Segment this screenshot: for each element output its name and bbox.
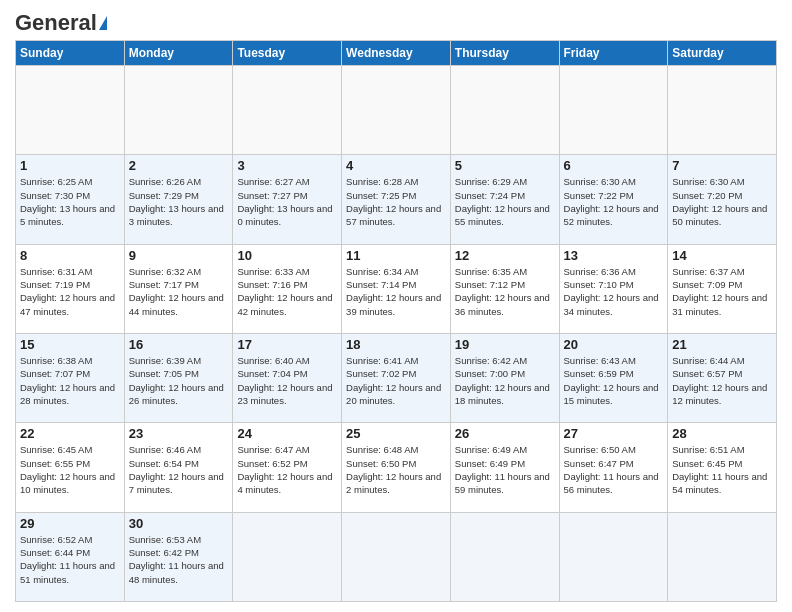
- calendar-row: 29Sunrise: 6:52 AMSunset: 6:44 PMDayligh…: [16, 512, 777, 601]
- day-info: Sunrise: 6:26 AMSunset: 7:29 PMDaylight:…: [129, 175, 229, 228]
- day-number: 8: [20, 248, 120, 263]
- table-row: [559, 512, 668, 601]
- table-row: 16Sunrise: 6:39 AMSunset: 7:05 PMDayligh…: [124, 333, 233, 422]
- table-row: 10Sunrise: 6:33 AMSunset: 7:16 PMDayligh…: [233, 244, 342, 333]
- col-sunday: Sunday: [16, 41, 125, 66]
- day-number: 19: [455, 337, 555, 352]
- table-row: 20Sunrise: 6:43 AMSunset: 6:59 PMDayligh…: [559, 333, 668, 422]
- day-info: Sunrise: 6:27 AMSunset: 7:27 PMDaylight:…: [237, 175, 337, 228]
- day-number: 21: [672, 337, 772, 352]
- table-row: 9Sunrise: 6:32 AMSunset: 7:17 PMDaylight…: [124, 244, 233, 333]
- table-row: 6Sunrise: 6:30 AMSunset: 7:22 PMDaylight…: [559, 155, 668, 244]
- day-number: 15: [20, 337, 120, 352]
- day-number: 3: [237, 158, 337, 173]
- table-row: 7Sunrise: 6:30 AMSunset: 7:20 PMDaylight…: [668, 155, 777, 244]
- day-number: 26: [455, 426, 555, 441]
- day-number: 17: [237, 337, 337, 352]
- col-monday: Monday: [124, 41, 233, 66]
- table-row: 29Sunrise: 6:52 AMSunset: 6:44 PMDayligh…: [16, 512, 125, 601]
- day-number: 13: [564, 248, 664, 263]
- day-info: Sunrise: 6:34 AMSunset: 7:14 PMDaylight:…: [346, 265, 446, 318]
- day-info: Sunrise: 6:47 AMSunset: 6:52 PMDaylight:…: [237, 443, 337, 496]
- day-number: 10: [237, 248, 337, 263]
- table-row: 30Sunrise: 6:53 AMSunset: 6:42 PMDayligh…: [124, 512, 233, 601]
- table-row: [668, 512, 777, 601]
- day-info: Sunrise: 6:38 AMSunset: 7:07 PMDaylight:…: [20, 354, 120, 407]
- table-row: [233, 66, 342, 155]
- table-row: 28Sunrise: 6:51 AMSunset: 6:45 PMDayligh…: [668, 423, 777, 512]
- day-info: Sunrise: 6:52 AMSunset: 6:44 PMDaylight:…: [20, 533, 120, 586]
- table-row: 13Sunrise: 6:36 AMSunset: 7:10 PMDayligh…: [559, 244, 668, 333]
- table-row: 22Sunrise: 6:45 AMSunset: 6:55 PMDayligh…: [16, 423, 125, 512]
- day-number: 12: [455, 248, 555, 263]
- day-info: Sunrise: 6:29 AMSunset: 7:24 PMDaylight:…: [455, 175, 555, 228]
- day-info: Sunrise: 6:41 AMSunset: 7:02 PMDaylight:…: [346, 354, 446, 407]
- day-info: Sunrise: 6:30 AMSunset: 7:22 PMDaylight:…: [564, 175, 664, 228]
- col-friday: Friday: [559, 41, 668, 66]
- col-wednesday: Wednesday: [342, 41, 451, 66]
- day-number: 23: [129, 426, 229, 441]
- table-row: [668, 66, 777, 155]
- calendar-row: 15Sunrise: 6:38 AMSunset: 7:07 PMDayligh…: [16, 333, 777, 422]
- table-row: 4Sunrise: 6:28 AMSunset: 7:25 PMDaylight…: [342, 155, 451, 244]
- table-row: 3Sunrise: 6:27 AMSunset: 7:27 PMDaylight…: [233, 155, 342, 244]
- table-row: 24Sunrise: 6:47 AMSunset: 6:52 PMDayligh…: [233, 423, 342, 512]
- logo-triangle-icon: [99, 16, 107, 30]
- day-number: 29: [20, 516, 120, 531]
- day-number: 28: [672, 426, 772, 441]
- table-row: 21Sunrise: 6:44 AMSunset: 6:57 PMDayligh…: [668, 333, 777, 422]
- table-row: [124, 66, 233, 155]
- day-number: 18: [346, 337, 446, 352]
- table-row: 11Sunrise: 6:34 AMSunset: 7:14 PMDayligh…: [342, 244, 451, 333]
- table-row: 1Sunrise: 6:25 AMSunset: 7:30 PMDaylight…: [16, 155, 125, 244]
- table-row: [233, 512, 342, 601]
- day-info: Sunrise: 6:37 AMSunset: 7:09 PMDaylight:…: [672, 265, 772, 318]
- calendar-table: Sunday Monday Tuesday Wednesday Thursday…: [15, 40, 777, 602]
- table-row: 17Sunrise: 6:40 AMSunset: 7:04 PMDayligh…: [233, 333, 342, 422]
- table-row: 15Sunrise: 6:38 AMSunset: 7:07 PMDayligh…: [16, 333, 125, 422]
- day-info: Sunrise: 6:40 AMSunset: 7:04 PMDaylight:…: [237, 354, 337, 407]
- table-row: 14Sunrise: 6:37 AMSunset: 7:09 PMDayligh…: [668, 244, 777, 333]
- day-number: 14: [672, 248, 772, 263]
- table-row: [16, 66, 125, 155]
- day-info: Sunrise: 6:30 AMSunset: 7:20 PMDaylight:…: [672, 175, 772, 228]
- day-info: Sunrise: 6:42 AMSunset: 7:00 PMDaylight:…: [455, 354, 555, 407]
- table-row: 8Sunrise: 6:31 AMSunset: 7:19 PMDaylight…: [16, 244, 125, 333]
- day-number: 16: [129, 337, 229, 352]
- col-thursday: Thursday: [450, 41, 559, 66]
- day-number: 4: [346, 158, 446, 173]
- page: General Sunday Monday Tuesday Wednesday …: [0, 0, 792, 612]
- logo: General: [15, 10, 107, 32]
- day-number: 22: [20, 426, 120, 441]
- table-row: [450, 512, 559, 601]
- day-number: 7: [672, 158, 772, 173]
- col-saturday: Saturday: [668, 41, 777, 66]
- header-row: Sunday Monday Tuesday Wednesday Thursday…: [16, 41, 777, 66]
- day-info: Sunrise: 6:45 AMSunset: 6:55 PMDaylight:…: [20, 443, 120, 496]
- day-number: 11: [346, 248, 446, 263]
- day-info: Sunrise: 6:43 AMSunset: 6:59 PMDaylight:…: [564, 354, 664, 407]
- day-info: Sunrise: 6:31 AMSunset: 7:19 PMDaylight:…: [20, 265, 120, 318]
- table-row: [559, 66, 668, 155]
- day-info: Sunrise: 6:51 AMSunset: 6:45 PMDaylight:…: [672, 443, 772, 496]
- day-info: Sunrise: 6:36 AMSunset: 7:10 PMDaylight:…: [564, 265, 664, 318]
- day-number: 9: [129, 248, 229, 263]
- calendar-row: [16, 66, 777, 155]
- day-info: Sunrise: 6:32 AMSunset: 7:17 PMDaylight:…: [129, 265, 229, 318]
- table-row: 18Sunrise: 6:41 AMSunset: 7:02 PMDayligh…: [342, 333, 451, 422]
- day-info: Sunrise: 6:28 AMSunset: 7:25 PMDaylight:…: [346, 175, 446, 228]
- day-number: 2: [129, 158, 229, 173]
- day-info: Sunrise: 6:53 AMSunset: 6:42 PMDaylight:…: [129, 533, 229, 586]
- day-info: Sunrise: 6:39 AMSunset: 7:05 PMDaylight:…: [129, 354, 229, 407]
- day-number: 30: [129, 516, 229, 531]
- header: General: [15, 10, 777, 32]
- table-row: 26Sunrise: 6:49 AMSunset: 6:49 PMDayligh…: [450, 423, 559, 512]
- table-row: 5Sunrise: 6:29 AMSunset: 7:24 PMDaylight…: [450, 155, 559, 244]
- day-number: 6: [564, 158, 664, 173]
- table-row: 25Sunrise: 6:48 AMSunset: 6:50 PMDayligh…: [342, 423, 451, 512]
- table-row: 27Sunrise: 6:50 AMSunset: 6:47 PMDayligh…: [559, 423, 668, 512]
- day-info: Sunrise: 6:46 AMSunset: 6:54 PMDaylight:…: [129, 443, 229, 496]
- col-tuesday: Tuesday: [233, 41, 342, 66]
- day-number: 1: [20, 158, 120, 173]
- day-info: Sunrise: 6:48 AMSunset: 6:50 PMDaylight:…: [346, 443, 446, 496]
